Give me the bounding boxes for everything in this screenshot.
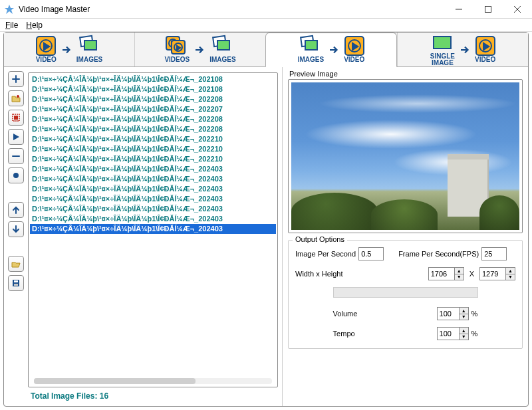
menu-file[interactable]: File: [5, 21, 18, 30]
volume-spin-buttons[interactable]: ▲▼: [460, 307, 469, 320]
tab-to-icon: [475, 36, 495, 56]
remove-button[interactable]: [8, 148, 24, 164]
tab-1[interactable]: VIDEOSIMAGES: [134, 33, 265, 66]
move-down-button[interactable]: [8, 221, 24, 237]
svg-marker-0: [5, 5, 14, 14]
tempo-spinner[interactable]: 100 ▲▼: [437, 327, 469, 340]
tab-to-label: IMAGES: [76, 56, 102, 64]
volume-unit: %: [471, 310, 478, 318]
list-item[interactable]: D:\¹¤×÷¼ÇÂ¼ÎÄ¼þ\¹¤×÷ÎÄ¼þ\ÎÄ¼þ1\Î¢ĐĂÍ¼Æ¬_…: [30, 104, 276, 114]
list-item[interactable]: D:\¹¤×÷¼ÇÂ¼ÎÄ¼þ\¹¤×÷ÎÄ¼þ\ÎÄ¼þ1\Î¢ĐĂÍ¼Æ¬_…: [30, 224, 276, 234]
dim-label: Width x Height: [295, 270, 426, 278]
fps-label: Frame Per Second(FPS): [398, 250, 479, 258]
svg-point-13: [13, 173, 19, 178]
menu-bar: File Help: [0, 19, 532, 32]
fps-input[interactable]: 25: [481, 247, 507, 260]
tab-to-icon: [213, 36, 233, 56]
client-frame: VIDEOIMAGESVIDEOSIMAGESIMAGESVIDEOSINGLE…: [3, 32, 529, 407]
output-legend: Output Options: [293, 235, 347, 243]
progress-slider[interactable]: [333, 287, 478, 298]
app-icon: [4, 4, 15, 15]
svg-rect-15: [14, 280, 18, 282]
width-spinner[interactable]: 1706 ▲▼: [428, 267, 464, 280]
maximize-button[interactable]: [473, 0, 503, 19]
select-all-button[interactable]: [8, 110, 24, 126]
tempo-label: Tempo: [333, 330, 393, 338]
save-button[interactable]: [8, 275, 24, 291]
svg-rect-16: [14, 284, 18, 286]
list-item[interactable]: D:\¹¤×÷¼ÇÂ¼ÎÄ¼þ\¹¤×÷ÎÄ¼þ\ÎÄ¼þ1\Î¢ĐĂÍ¼Æ¬_…: [30, 114, 276, 124]
floppy-icon: [11, 278, 21, 288]
list-item[interactable]: D:\¹¤×÷¼ÇÂ¼ÎÄ¼þ\¹¤×÷ÎÄ¼þ\ÎÄ¼þ1\Î¢ĐĂÍ¼Æ¬_…: [30, 84, 276, 94]
tab-from-icon: [432, 33, 452, 52]
add-button[interactable]: [8, 71, 24, 87]
file-listbox[interactable]: D:\¹¤×÷¼ÇÂ¼ÎÄ¼þ\¹¤×÷ÎÄ¼þ\ÎÄ¼þ1\Î¢ĐĂÍ¼Æ¬_…: [28, 72, 278, 387]
tab-2[interactable]: IMAGESVIDEO: [265, 33, 397, 67]
clear-icon: [11, 171, 21, 180]
list-item[interactable]: D:\¹¤×÷¼ÇÂ¼ÎÄ¼þ\¹¤×÷ÎÄ¼þ\ÎÄ¼þ1\Î¢ĐĂÍ¼Æ¬_…: [30, 194, 276, 204]
ips-label: Image Per Second: [295, 250, 356, 258]
list-item[interactable]: D:\¹¤×÷¼ÇÂ¼ÎÄ¼þ\¹¤×÷ÎÄ¼þ\ÎÄ¼þ1\Î¢ĐĂÍ¼Æ¬_…: [30, 144, 276, 154]
arrow-up-icon: [11, 205, 21, 215]
list-item[interactable]: D:\¹¤×÷¼ÇÂ¼ÎÄ¼þ\¹¤×÷ÎÄ¼þ\ÎÄ¼þ1\Î¢ĐĂÍ¼Æ¬_…: [30, 184, 276, 194]
open-button[interactable]: [8, 256, 24, 272]
clear-button[interactable]: [8, 167, 24, 183]
scrollbar-thumb[interactable]: [34, 378, 196, 384]
tab-from-label: VIDEOS: [164, 56, 190, 64]
tab-to-label: IMAGES: [209, 56, 235, 64]
height-spin-buttons[interactable]: ▲▼: [506, 267, 515, 280]
tab-from-icon: [36, 36, 56, 56]
list-item[interactable]: D:\¹¤×÷¼ÇÂ¼ÎÄ¼þ\¹¤×÷ÎÄ¼þ\ÎÄ¼þ1\Î¢ĐĂÍ¼Æ¬_…: [30, 134, 276, 144]
folder-open-icon: [11, 259, 21, 268]
list-item[interactable]: D:\¹¤×÷¼ÇÂ¼ÎÄ¼þ\¹¤×÷ÎÄ¼þ\ÎÄ¼þ1\Î¢ĐĂÍ¼Æ¬_…: [30, 154, 276, 164]
minimize-button[interactable]: [444, 0, 473, 19]
list-item[interactable]: D:\¹¤×÷¼ÇÂ¼ÎÄ¼þ\¹¤×÷ÎÄ¼þ\ÎÄ¼þ1\Î¢ĐĂÍ¼Æ¬_…: [30, 164, 276, 174]
ips-input[interactable]: 0.5: [358, 247, 384, 260]
menu-help[interactable]: Help: [26, 21, 43, 30]
tab-3[interactable]: SINGLEIMAGEVIDEO: [397, 33, 528, 66]
file-list-panel: D:\¹¤×÷¼ÇÂ¼ÎÄ¼þ\¹¤×÷ÎÄ¼þ\ÎÄ¼þ1\Î¢ĐĂÍ¼Æ¬_…: [25, 67, 282, 406]
svg-marker-11: [13, 134, 19, 140]
horizontal-scrollbar[interactable]: [34, 378, 272, 384]
tab-to-icon: [344, 36, 364, 56]
select-all-icon: [11, 113, 21, 122]
arrow-down-icon: [11, 225, 21, 234]
arrow-right-icon: [328, 44, 340, 56]
play-button[interactable]: [8, 129, 24, 145]
left-panel: D:\¹¤×÷¼ÇÂ¼ÎÄ¼þ\¹¤×÷ÎÄ¼þ\ÎÄ¼þ1\Î¢ĐĂÍ¼Æ¬_…: [4, 67, 282, 406]
list-item[interactable]: D:\¹¤×÷¼ÇÂ¼ÎÄ¼þ\¹¤×÷ÎÄ¼þ\ÎÄ¼þ1\Î¢ĐĂÍ¼Æ¬_…: [30, 74, 276, 84]
height-spinner[interactable]: 1279 ▲▼: [479, 267, 515, 280]
play-icon: [11, 132, 21, 142]
arrow-right-icon: [194, 44, 205, 56]
tab-to-label: VIDEO: [344, 56, 364, 64]
tab-0[interactable]: VIDEOIMAGES: [4, 33, 134, 66]
tab-from-label: VIDEO: [36, 56, 57, 64]
tab-to-label: VIDEO: [475, 56, 495, 64]
minus-icon: [11, 152, 21, 161]
list-item[interactable]: D:\¹¤×÷¼ÇÂ¼ÎÄ¼þ\¹¤×÷ÎÄ¼þ\ÎÄ¼þ1\Î¢ĐĂÍ¼Æ¬_…: [30, 174, 276, 184]
folder-plus-icon: [11, 94, 21, 103]
main-area: D:\¹¤×÷¼ÇÂ¼ÎÄ¼þ\¹¤×÷ÎÄ¼þ\ÎÄ¼þ1\Î¢ĐĂÍ¼Æ¬_…: [4, 67, 528, 406]
tab-from-label: SINGLEIMAGE: [430, 53, 455, 67]
arrow-right-icon: [459, 44, 471, 56]
right-panel: Preview Image Output Options Image Per S…: [282, 67, 528, 406]
tab-from-label: IMAGES: [298, 56, 324, 64]
preview-image: [288, 79, 523, 233]
move-up-button[interactable]: [8, 202, 24, 218]
preview-title: Preview Image: [288, 70, 523, 79]
close-button[interactable]: [503, 0, 532, 19]
add-folder-button[interactable]: [8, 90, 24, 106]
list-item[interactable]: D:\¹¤×÷¼ÇÂ¼ÎÄ¼þ\¹¤×÷ÎÄ¼þ\ÎÄ¼þ1\Î¢ĐĂÍ¼Æ¬_…: [30, 204, 276, 214]
svg-rect-10: [14, 116, 18, 120]
list-item[interactable]: D:\¹¤×÷¼ÇÂ¼ÎÄ¼þ\¹¤×÷ÎÄ¼þ\ÎÄ¼þ1\Î¢ĐĂÍ¼Æ¬_…: [30, 214, 276, 224]
width-spin-buttons[interactable]: ▲▼: [455, 267, 464, 280]
tab-from-icon: [166, 36, 188, 56]
tempo-spin-buttons[interactable]: ▲▼: [460, 327, 469, 340]
tool-strip: [4, 67, 25, 406]
arrow-right-icon: [61, 44, 72, 56]
plus-icon: [11, 74, 21, 84]
list-item[interactable]: D:\¹¤×÷¼ÇÂ¼ÎÄ¼þ\¹¤×÷ÎÄ¼þ\ÎÄ¼þ1\Î¢ĐĂÍ¼Æ¬_…: [30, 94, 276, 104]
volume-spinner[interactable]: 100 ▲▼: [437, 307, 469, 320]
svg-rect-2: [485, 6, 491, 12]
list-item[interactable]: D:\¹¤×÷¼ÇÂ¼ÎÄ¼þ\¹¤×÷ÎÄ¼þ\ÎÄ¼þ1\Î¢ĐĂÍ¼Æ¬_…: [30, 124, 276, 134]
